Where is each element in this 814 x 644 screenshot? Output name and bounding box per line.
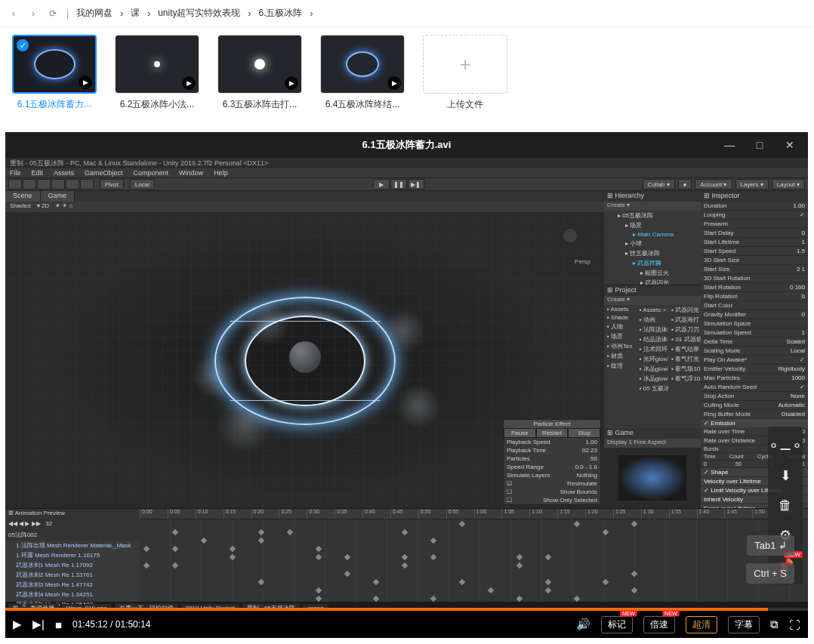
crumb-2[interactable]: unity超写实特效表现 bbox=[158, 7, 240, 20]
nav-reload[interactable]: ⟳ bbox=[47, 8, 59, 20]
file-label: 6.3五极冰阵击打... bbox=[223, 98, 298, 111]
game-tab: Game bbox=[41, 191, 76, 202]
unity-menubar: FileEditAssets GameObjectComponentWindow… bbox=[5, 168, 808, 177]
speed-button[interactable]: 倍速NEW bbox=[643, 616, 675, 633]
crumb-3[interactable]: 6.五极冰阵 bbox=[258, 7, 302, 20]
volume-icon[interactable]: 🔊 bbox=[576, 618, 590, 631]
file-item-0[interactable]: ✓▶ 6.1五极冰阵蓄力... bbox=[12, 35, 97, 111]
play-icon: ▶ bbox=[373, 179, 390, 190]
unity-toolbar: PivotLocal ▶❚❚▶❚ Collab ▾● Account ▾Laye… bbox=[5, 177, 808, 191]
window-close[interactable]: ✕ bbox=[775, 132, 805, 158]
breadcrumb: 我的网盘› 课› unity超写实特效表现› 6.五极冰阵› bbox=[76, 7, 313, 20]
scene-gizmo bbox=[551, 217, 589, 254]
video-controls: ▶ ▶| ■ 01:45:12 / 01:50:14 🔊 标记NEW 倍速NEW… bbox=[5, 608, 808, 638]
animation-panel: ⊞ Animation Preview ◀◀ ◀ ▶ ▶▶ 32 05法阵002… bbox=[5, 508, 808, 602]
file-label: 6.2五极冰阵小法... bbox=[120, 98, 195, 111]
video-content: 重制 - 05五极冰阵 - PC, Mac & Linux Standalone… bbox=[5, 158, 808, 608]
shortcut-overlay: Tab1 ↲ Ctrl + S bbox=[746, 535, 794, 584]
file-label: 6.4五极冰阵终结... bbox=[325, 98, 400, 111]
play-button[interactable]: ▶ bbox=[13, 618, 22, 631]
upload-label: 上传文件 bbox=[447, 98, 483, 111]
persp-label: Persp bbox=[575, 258, 590, 265]
file-item-1[interactable]: ▶ 6.2五极冰阵小法... bbox=[115, 35, 199, 111]
top-toolbar: ‹ › ⟳ | 我的网盘› 课› unity超写实特效表现› 6.五极冰阵› bbox=[0, 0, 814, 27]
subtitle-button[interactable]: 字幕 bbox=[728, 616, 760, 633]
nav-back[interactable]: ‹ bbox=[8, 8, 20, 20]
pause-icon: ❚❚ bbox=[390, 179, 407, 190]
unity-titlebar: 重制 - 05五极冰阵 - PC, Mac & Linux Standalone… bbox=[5, 158, 808, 168]
project-panel: ⊞ Project Create ▾ ▪ Assets▪ Shade▪ 人物▪ … bbox=[604, 285, 701, 428]
plus-icon: + bbox=[459, 53, 470, 76]
progress-bar[interactable] bbox=[5, 608, 808, 611]
scene-tab: Scene bbox=[5, 191, 41, 202]
nav-forward[interactable]: › bbox=[27, 8, 39, 20]
play-icon: ▶ bbox=[79, 75, 92, 89]
time-display: 01:45:12 / 01:50:14 bbox=[72, 619, 150, 630]
check-icon: ✓ bbox=[17, 39, 29, 51]
file-item-3[interactable]: ▶ 6.4五极冰阵终结... bbox=[320, 35, 405, 111]
fullscreen-icon[interactable]: ⛶ bbox=[789, 618, 800, 631]
os-taskbar: ⊞教程录屏Wave_010.png百度一下，轻松知道2019 Unity Pro… bbox=[5, 602, 808, 608]
titlebar: 6.1五极冰阵蓄力.avi — □ ✕ bbox=[5, 132, 808, 158]
next-button[interactable]: ▶| bbox=[32, 618, 45, 631]
file-item-2[interactable]: ▶ 6.3五极冰阵击打... bbox=[217, 35, 302, 111]
file-grid: ✓▶ 6.1五极冰阵蓄力... ▶ 6.2五极冰阵小法... ▶ 6.3五极冰阵… bbox=[0, 27, 814, 117]
download-icon[interactable]: ⬇ bbox=[780, 467, 791, 484]
mark-button[interactable]: 标记NEW bbox=[601, 616, 633, 633]
step-icon: ▶❚ bbox=[408, 179, 424, 190]
video-player-window: 6.1五极冰阵蓄力.avi — □ ✕ 重制 - 05五极冰阵 - PC, Ma… bbox=[5, 132, 808, 638]
upload-button[interactable]: + 上传文件 bbox=[423, 35, 507, 111]
window-min[interactable]: — bbox=[714, 132, 745, 158]
ctrl-hint: Ctrl + S bbox=[746, 563, 794, 584]
crumb-1[interactable]: 课 bbox=[131, 7, 140, 20]
stop-button[interactable]: ■ bbox=[55, 618, 62, 631]
window-max[interactable]: □ bbox=[745, 132, 775, 158]
share-icon[interactable]: ⚬⚊⚬ bbox=[768, 437, 803, 454]
video-title: 6.1五极冰阵蓄力.avi bbox=[362, 138, 452, 152]
particle-effect-overlay: Particle Effect PauseRestartStop Playbac… bbox=[503, 419, 601, 505]
tab-hint: Tab1 ↲ bbox=[747, 535, 794, 556]
scene-view: Shaded▾ 2D✦ ☀ ⌂ Persp Particle Effect Pa… bbox=[5, 202, 604, 508]
quality-button[interactable]: 超清 bbox=[686, 616, 717, 633]
hierarchy-panel: ⊞ Hierarchy Create ▾ ▸ 05五极冰阵▸ 场景▸ Main … bbox=[604, 191, 701, 508]
delete-icon[interactable]: 🗑 bbox=[779, 498, 792, 513]
file-label: 6.1五极冰阵蓄力... bbox=[17, 98, 92, 111]
pip-icon[interactable]: ⧉ bbox=[770, 618, 779, 631]
crumb-0[interactable]: 我的网盘 bbox=[76, 7, 113, 20]
